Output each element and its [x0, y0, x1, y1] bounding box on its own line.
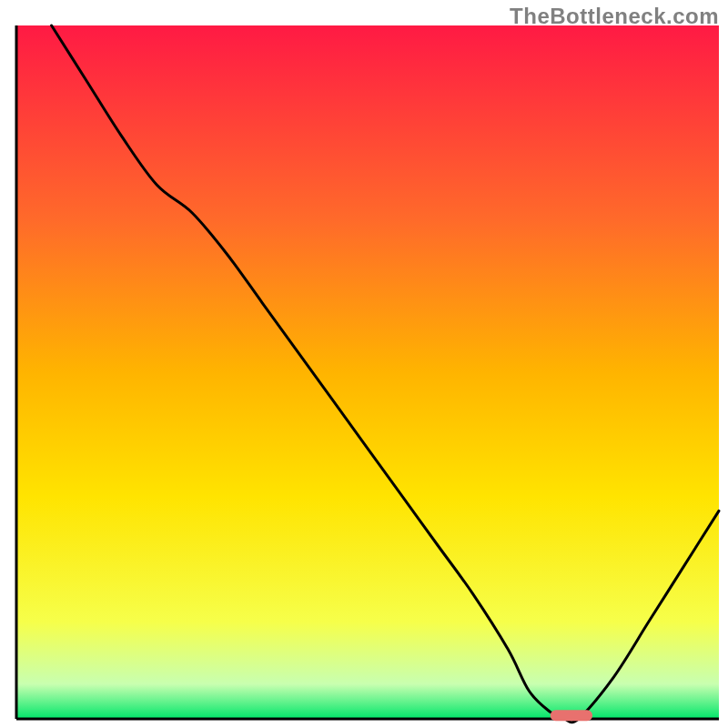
chart-svg	[0, 0, 728, 728]
watermark-text: TheBottleneck.com	[510, 4, 719, 29]
optimum-marker	[551, 710, 592, 721]
bottleneck-chart: TheBottleneck.com	[0, 0, 728, 728]
plot-gradient-background	[16, 25, 719, 719]
